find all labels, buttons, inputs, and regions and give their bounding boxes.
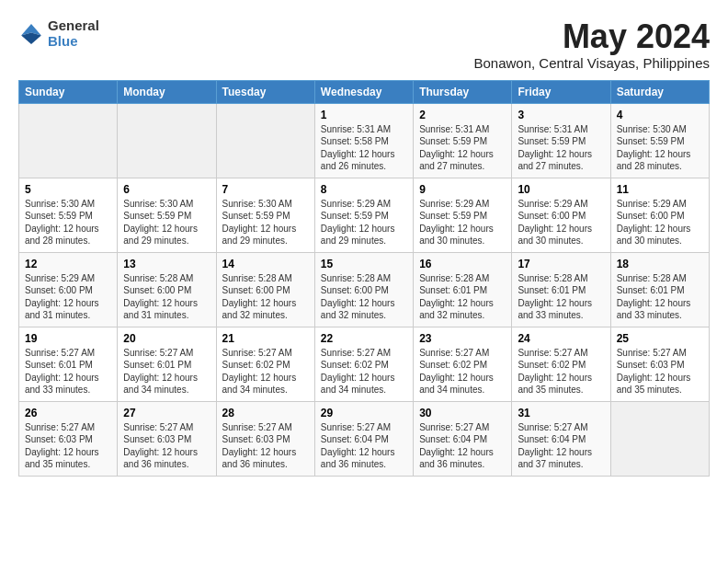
calendar-day-cell: 3 Sunrise: 5:31 AMSunset: 5:59 PMDayligh… bbox=[512, 103, 610, 178]
day-number: 19 bbox=[25, 332, 111, 345]
day-info: Sunrise: 5:27 AMSunset: 6:03 PMDaylight:… bbox=[617, 347, 703, 396]
calendar-day-cell: 8 Sunrise: 5:29 AMSunset: 5:59 PMDayligh… bbox=[314, 178, 413, 252]
page-header: General Blue May 2024 Bonawon, Central V… bbox=[18, 18, 710, 71]
day-number: 26 bbox=[25, 407, 111, 419]
day-info: Sunrise: 5:30 AMSunset: 5:59 PMDaylight:… bbox=[222, 198, 309, 247]
calendar-day-cell: 24 Sunrise: 5:27 AMSunset: 6:02 PMDaylig… bbox=[512, 327, 610, 401]
logo-icon bbox=[18, 21, 44, 47]
calendar-day-cell: 18 Sunrise: 5:28 AMSunset: 6:01 PMDaylig… bbox=[610, 252, 709, 327]
day-info: Sunrise: 5:27 AMSunset: 6:04 PMDaylight:… bbox=[321, 421, 407, 471]
calendar-day-cell: 20 Sunrise: 5:27 AMSunset: 6:01 PMDaylig… bbox=[118, 327, 216, 401]
calendar-header-cell: Tuesday bbox=[216, 80, 314, 103]
day-number: 21 bbox=[222, 332, 309, 345]
calendar-table: SundayMondayTuesdayWednesdayThursdayFrid… bbox=[18, 80, 710, 477]
day-number: 14 bbox=[222, 258, 309, 270]
calendar-day-cell: 28 Sunrise: 5:27 AMSunset: 6:03 PMDaylig… bbox=[216, 401, 314, 476]
location-title: Bonawon, Central Visayas, Philippines bbox=[473, 55, 710, 71]
day-info: Sunrise: 5:28 AMSunset: 6:01 PMDaylight:… bbox=[518, 272, 604, 322]
day-number: 3 bbox=[518, 109, 604, 121]
day-info: Sunrise: 5:31 AMSunset: 5:59 PMDaylight:… bbox=[518, 123, 604, 173]
day-number: 31 bbox=[518, 407, 604, 419]
calendar-header-row: SundayMondayTuesdayWednesdayThursdayFrid… bbox=[19, 80, 710, 103]
day-number: 7 bbox=[222, 183, 309, 196]
day-info: Sunrise: 5:27 AMSunset: 6:02 PMDaylight:… bbox=[321, 347, 407, 396]
day-info: Sunrise: 5:29 AMSunset: 5:59 PMDaylight:… bbox=[419, 198, 506, 247]
day-info: Sunrise: 5:28 AMSunset: 6:00 PMDaylight:… bbox=[123, 272, 210, 322]
calendar-day-cell: 14 Sunrise: 5:28 AMSunset: 6:00 PMDaylig… bbox=[216, 252, 314, 327]
day-number: 24 bbox=[518, 332, 604, 345]
calendar-day-cell: 30 Sunrise: 5:27 AMSunset: 6:04 PMDaylig… bbox=[414, 401, 512, 476]
day-info: Sunrise: 5:31 AMSunset: 5:59 PMDaylight:… bbox=[419, 123, 506, 173]
day-number: 2 bbox=[419, 109, 506, 121]
day-info: Sunrise: 5:30 AMSunset: 5:59 PMDaylight:… bbox=[617, 123, 703, 173]
day-number: 13 bbox=[123, 258, 210, 270]
logo-text: General Blue bbox=[48, 18, 99, 49]
logo-general-label: General bbox=[48, 18, 99, 34]
day-number: 25 bbox=[617, 332, 703, 345]
calendar-day-cell: 25 Sunrise: 5:27 AMSunset: 6:03 PMDaylig… bbox=[610, 327, 709, 401]
calendar-day-cell: 15 Sunrise: 5:28 AMSunset: 6:00 PMDaylig… bbox=[314, 252, 413, 327]
day-info: Sunrise: 5:31 AMSunset: 5:58 PMDaylight:… bbox=[321, 123, 407, 173]
day-number: 22 bbox=[321, 332, 407, 345]
calendar-week-row: 5 Sunrise: 5:30 AMSunset: 5:59 PMDayligh… bbox=[19, 178, 710, 252]
day-number: 18 bbox=[617, 258, 703, 270]
day-number: 10 bbox=[518, 183, 604, 196]
calendar-day-cell: 21 Sunrise: 5:27 AMSunset: 6:02 PMDaylig… bbox=[216, 327, 314, 401]
day-info: Sunrise: 5:30 AMSunset: 5:59 PMDaylight:… bbox=[25, 198, 111, 247]
calendar-day-cell: 5 Sunrise: 5:30 AMSunset: 5:59 PMDayligh… bbox=[19, 178, 118, 252]
calendar-day-cell: 17 Sunrise: 5:28 AMSunset: 6:01 PMDaylig… bbox=[512, 252, 610, 327]
calendar-day-cell: 23 Sunrise: 5:27 AMSunset: 6:02 PMDaylig… bbox=[414, 327, 512, 401]
day-info: Sunrise: 5:29 AMSunset: 6:00 PMDaylight:… bbox=[617, 198, 703, 247]
calendar-header-cell: Thursday bbox=[414, 80, 512, 103]
calendar-week-row: 26 Sunrise: 5:27 AMSunset: 6:03 PMDaylig… bbox=[19, 401, 710, 476]
day-info: Sunrise: 5:29 AMSunset: 6:00 PMDaylight:… bbox=[25, 272, 111, 322]
calendar-day-cell: 16 Sunrise: 5:28 AMSunset: 6:01 PMDaylig… bbox=[414, 252, 512, 327]
day-number: 23 bbox=[419, 332, 506, 345]
day-number: 16 bbox=[419, 258, 506, 270]
day-info: Sunrise: 5:28 AMSunset: 6:01 PMDaylight:… bbox=[617, 272, 703, 322]
day-number: 6 bbox=[123, 183, 210, 196]
day-info: Sunrise: 5:27 AMSunset: 6:03 PMDaylight:… bbox=[222, 421, 309, 471]
calendar-header-cell: Monday bbox=[118, 80, 216, 103]
day-number: 27 bbox=[123, 407, 210, 419]
calendar-day-cell: 27 Sunrise: 5:27 AMSunset: 6:03 PMDaylig… bbox=[118, 401, 216, 476]
calendar-header-cell: Saturday bbox=[610, 80, 709, 103]
day-info: Sunrise: 5:28 AMSunset: 6:00 PMDaylight:… bbox=[222, 272, 309, 322]
calendar-day-cell: 29 Sunrise: 5:27 AMSunset: 6:04 PMDaylig… bbox=[314, 401, 413, 476]
calendar-week-row: 19 Sunrise: 5:27 AMSunset: 6:01 PMDaylig… bbox=[19, 327, 710, 401]
day-info: Sunrise: 5:27 AMSunset: 6:01 PMDaylight:… bbox=[25, 347, 111, 396]
calendar-week-row: 1 Sunrise: 5:31 AMSunset: 5:58 PMDayligh… bbox=[19, 103, 710, 178]
day-info: Sunrise: 5:27 AMSunset: 6:02 PMDaylight:… bbox=[222, 347, 309, 396]
day-number: 9 bbox=[419, 183, 506, 196]
calendar-day-cell: 19 Sunrise: 5:27 AMSunset: 6:01 PMDaylig… bbox=[19, 327, 118, 401]
day-number: 11 bbox=[617, 183, 703, 196]
calendar-header-cell: Sunday bbox=[19, 80, 118, 103]
day-info: Sunrise: 5:27 AMSunset: 6:04 PMDaylight:… bbox=[419, 421, 506, 471]
calendar-header-cell: Friday bbox=[512, 80, 610, 103]
calendar-day-cell: 4 Sunrise: 5:30 AMSunset: 5:59 PMDayligh… bbox=[610, 103, 709, 178]
calendar-day-cell: 2 Sunrise: 5:31 AMSunset: 5:59 PMDayligh… bbox=[414, 103, 512, 178]
title-block: May 2024 Bonawon, Central Visayas, Phili… bbox=[473, 18, 710, 71]
day-number: 20 bbox=[123, 332, 210, 345]
day-info: Sunrise: 5:27 AMSunset: 6:02 PMDaylight:… bbox=[419, 347, 506, 396]
calendar-day-cell: 7 Sunrise: 5:30 AMSunset: 5:59 PMDayligh… bbox=[216, 178, 314, 252]
day-info: Sunrise: 5:28 AMSunset: 6:00 PMDaylight:… bbox=[321, 272, 407, 322]
day-number: 1 bbox=[321, 109, 407, 121]
calendar-day-cell: 13 Sunrise: 5:28 AMSunset: 6:00 PMDaylig… bbox=[118, 252, 216, 327]
calendar-day-cell bbox=[118, 103, 216, 178]
calendar-day-cell: 12 Sunrise: 5:29 AMSunset: 6:00 PMDaylig… bbox=[19, 252, 118, 327]
calendar-day-cell: 6 Sunrise: 5:30 AMSunset: 5:59 PMDayligh… bbox=[118, 178, 216, 252]
day-number: 15 bbox=[321, 258, 407, 270]
calendar-day-cell bbox=[19, 103, 118, 178]
day-number: 8 bbox=[321, 183, 407, 196]
day-number: 17 bbox=[518, 258, 604, 270]
day-info: Sunrise: 5:27 AMSunset: 6:01 PMDaylight:… bbox=[123, 347, 210, 396]
day-number: 30 bbox=[419, 407, 506, 419]
logo: General Blue bbox=[18, 18, 99, 49]
day-number: 5 bbox=[25, 183, 111, 196]
day-info: Sunrise: 5:29 AMSunset: 5:59 PMDaylight:… bbox=[321, 198, 407, 247]
logo-blue-label: Blue bbox=[48, 34, 99, 50]
calendar-header-cell: Wednesday bbox=[314, 80, 413, 103]
calendar-day-cell: 1 Sunrise: 5:31 AMSunset: 5:58 PMDayligh… bbox=[314, 103, 413, 178]
day-info: Sunrise: 5:27 AMSunset: 6:03 PMDaylight:… bbox=[123, 421, 210, 471]
